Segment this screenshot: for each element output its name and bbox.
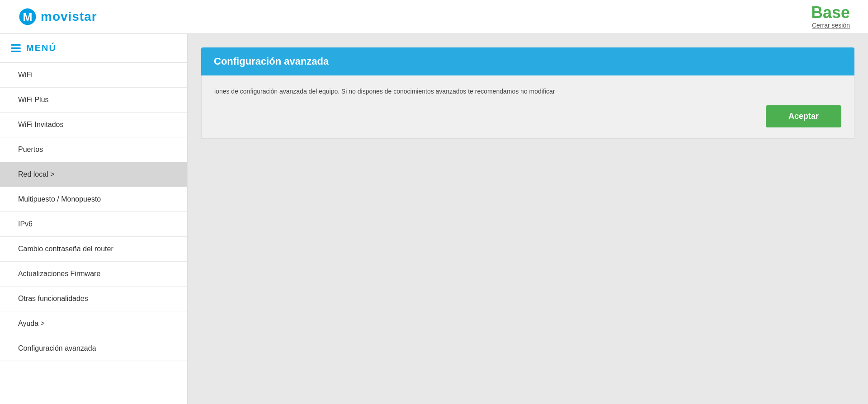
header-right: Base Cerrar sesión xyxy=(811,5,850,29)
sidebar-item-wifi-invitados[interactable]: WiFi Invitados xyxy=(0,113,187,137)
accept-button[interactable]: Aceptar xyxy=(766,105,841,127)
menu-label: MENÚ xyxy=(26,43,57,53)
sidebar-item-wifi-plus[interactable]: WiFi Plus xyxy=(0,88,187,113)
sidebar-item-red-local[interactable]: Red local > xyxy=(0,162,187,187)
header-title: Base xyxy=(811,5,850,21)
logo-text: movistar xyxy=(41,9,97,24)
main-layout: MENÚ WiFi WiFi Plus WiFi Invitados Puert… xyxy=(0,34,868,404)
content-info-box: iones de configuración avanzada del equi… xyxy=(201,75,854,139)
logo-container: M movistar xyxy=(18,7,97,26)
sidebar-item-ayuda[interactable]: Ayuda > xyxy=(0,311,187,336)
content-area: Configuración avanzada iones de configur… xyxy=(188,34,868,404)
sidebar-item-multipuesto[interactable]: Multipuesto / Monopuesto xyxy=(0,187,187,212)
svg-text:M: M xyxy=(23,11,33,23)
sidebar-item-puertos[interactable]: Puertos xyxy=(0,137,187,162)
sidebar-item-configuracion-avanzada[interactable]: Configuración avanzada xyxy=(0,336,187,361)
sidebar-item-wifi[interactable]: WiFi xyxy=(0,63,187,88)
logout-link[interactable]: Cerrar sesión xyxy=(811,22,850,29)
sidebar-item-actualizaciones-firmware[interactable]: Actualizaciones Firmware xyxy=(0,262,187,287)
info-text: iones de configuración avanzada del equi… xyxy=(214,86,841,96)
sidebar-menu-header: MENÚ xyxy=(0,34,187,63)
content-banner: Configuración avanzada xyxy=(201,47,854,75)
sidebar: MENÚ WiFi WiFi Plus WiFi Invitados Puert… xyxy=(0,34,188,404)
movistar-logo-icon: M xyxy=(18,7,37,26)
hamburger-icon[interactable] xyxy=(11,44,21,52)
sidebar-item-ipv6[interactable]: IPv6 xyxy=(0,212,187,237)
header: M movistar Base Cerrar sesión xyxy=(0,0,868,34)
sidebar-item-cambio-contrasena[interactable]: Cambio contraseña del router xyxy=(0,237,187,262)
sidebar-item-otras-funcionalidades[interactable]: Otras funcionalidades xyxy=(0,287,187,311)
